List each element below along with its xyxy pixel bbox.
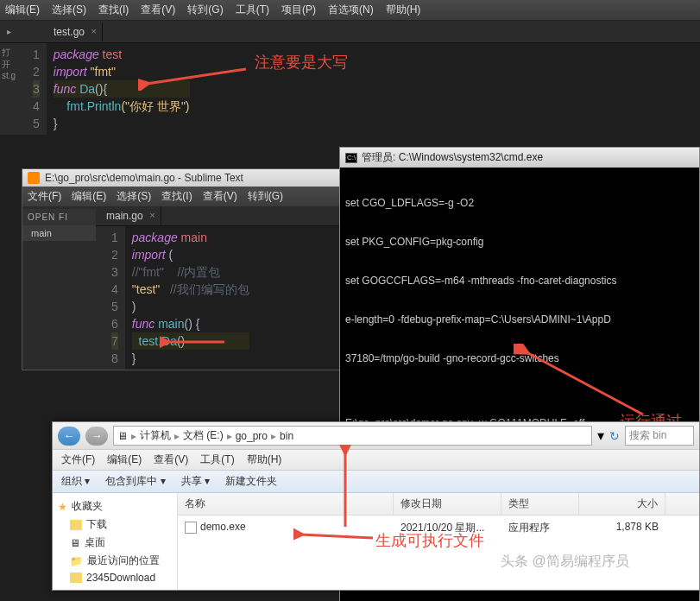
tree-favorites[interactable]: ★收藏夹	[58, 497, 172, 516]
exp-menu-help[interactable]: 帮助(H)	[247, 452, 282, 467]
tb-newfolder[interactable]: 新建文件夹	[225, 474, 277, 489]
desktop-icon: 🖥	[70, 537, 80, 549]
col-name[interactable]: 名称	[178, 493, 394, 515]
top-menubar: 编辑(E) 选择(S) 查找(I) 查看(V) 转到(G) 工具(T) 项目(P…	[0, 0, 700, 21]
svg-line-3	[300, 535, 373, 538]
crumb-disk[interactable]: 文档 (E:)	[183, 428, 224, 443]
col-size[interactable]: 大小	[579, 493, 665, 515]
computer-icon: 🖥	[117, 430, 128, 442]
breadcrumb[interactable]: 🖥 ▸ 计算机 ▸ 文档 (E:) ▸ go_pro ▸ bin	[113, 426, 592, 446]
back-button[interactable]: ←	[58, 427, 80, 446]
crumb-computer[interactable]: 计算机	[140, 428, 171, 443]
menu-select[interactable]: 选择(S)	[52, 3, 86, 17]
chevron-right-icon: ▸	[227, 430, 232, 442]
dropdown-icon[interactable]: ▾	[597, 427, 604, 444]
exe-icon	[185, 522, 197, 534]
top-tab-area: ▸ test.go ×	[0, 21, 700, 43]
menu-edit[interactable]: 编辑(E)	[5, 3, 40, 17]
recent-icon: 📁	[70, 555, 83, 567]
menu-view[interactable]: 查看(V)	[141, 3, 175, 17]
line-gutter: 1 2 3 4 5	[17, 43, 47, 135]
sidebar-file-main[interactable]: main	[22, 225, 96, 241]
menu-goto[interactable]: 转到(G)	[187, 3, 223, 17]
sublime-tabs: main.go ×	[96, 206, 340, 226]
list-header: 名称 修改日期 类型 大小	[178, 493, 699, 516]
cmd-icon: C:\	[345, 153, 357, 163]
menu-project[interactable]: 项目(P)	[281, 3, 316, 17]
crumb-gopro[interactable]: go_pro	[236, 430, 268, 442]
tab-main-go[interactable]: main.go ×	[96, 206, 161, 225]
folder-icon	[70, 520, 82, 530]
file-type: 应用程序	[501, 519, 579, 537]
col-type[interactable]: 类型	[501, 493, 579, 515]
menu-find[interactable]: 查找(I)	[98, 3, 129, 17]
star-icon: ★	[58, 501, 67, 513]
tb-library[interactable]: 包含到库中 ▾	[105, 474, 165, 489]
menu-tools[interactable]: 工具(T)	[236, 3, 269, 17]
cmd-title-text: 管理员: C:\Windows\system32\cmd.exe	[362, 150, 543, 165]
annotation-exe-generated: 生成可执行文件	[375, 530, 484, 551]
sublime-sidebar: OPEN FI main	[22, 209, 96, 241]
tab-label: test.go	[54, 26, 85, 38]
line-gutter: 12345678	[96, 226, 125, 370]
col-date[interactable]: 修改日期	[394, 493, 501, 515]
sidebar-toggle-icon[interactable]: ▸	[0, 27, 17, 36]
arrow-icon	[160, 335, 229, 349]
svg-line-0	[147, 69, 246, 84]
menu-help[interactable]: 帮助(H)	[386, 3, 421, 17]
tb-share[interactable]: 共享 ▾	[181, 474, 210, 489]
tree-2345[interactable]: 2345Download	[58, 570, 172, 585]
forward-button[interactable]: →	[85, 427, 108, 446]
folder-icon	[70, 573, 82, 583]
arrow-icon	[337, 445, 354, 531]
refresh-icon[interactable]: ↻	[609, 429, 620, 443]
svg-line-2	[527, 352, 643, 414]
exp-menu-view[interactable]: 查看(V)	[154, 452, 188, 467]
tree-downloads[interactable]: 下载	[58, 516, 172, 534]
explorer-toolbar: 组织 ▾ 包含到库中 ▾ 共享 ▾ 新建文件夹	[53, 471, 699, 493]
chevron-right-icon: ▸	[131, 430, 136, 442]
file-size: 1,878 KB	[579, 519, 665, 537]
tree-desktop[interactable]: 🖥桌面	[58, 534, 172, 552]
open-files-header: OPEN FI	[22, 209, 96, 225]
annotation-capitalize: 注意要是大写	[255, 52, 348, 73]
sl-menu-edit[interactable]: 编辑(E)	[72, 189, 106, 204]
crumb-bin[interactable]: bin	[280, 430, 293, 442]
explorer-menubar: 文件(F) 编辑(E) 查看(V) 工具(T) 帮助(H)	[53, 450, 699, 471]
sublime-menubar: 文件(F) 编辑(E) 选择(S) 查找(I) 查看(V) 转到(G)	[22, 187, 340, 206]
sl-menu-file[interactable]: 文件(F)	[28, 189, 61, 204]
arrow-icon	[138, 65, 250, 91]
sl-menu-select[interactable]: 选择(S)	[117, 189, 151, 204]
exp-menu-tools[interactable]: 工具(T)	[200, 452, 234, 467]
sublime-icon	[28, 172, 40, 184]
sublime-titlebar[interactable]: E:\go_pro\src\demo\main.go - Sublime Tex…	[22, 169, 340, 187]
close-icon[interactable]: ×	[149, 210, 155, 220]
cmd-titlebar[interactable]: C:\ 管理员: C:\Windows\system32\cmd.exe	[340, 148, 699, 168]
explorer-tree: ★收藏夹 下载 🖥桌面 📁最近访问的位置 2345Download	[53, 493, 178, 590]
file-name: demo.exe	[200, 521, 246, 533]
exp-menu-edit[interactable]: 编辑(E)	[107, 452, 142, 467]
sl-menu-view[interactable]: 查看(V)	[203, 189, 237, 204]
chevron-right-icon: ▸	[174, 430, 180, 442]
search-input[interactable]: 搜索 bin	[625, 426, 694, 446]
arrow-icon	[514, 344, 652, 421]
tb-organize[interactable]: 组织 ▾	[61, 474, 90, 489]
sidebar-strip: 打开 st.g	[0, 43, 17, 135]
tab-label: main.go	[106, 210, 143, 222]
top-code-area[interactable]: 打开 st.g 1 2 3 4 5 package test import "f…	[0, 43, 700, 135]
sl-menu-find[interactable]: 查找(I)	[161, 189, 192, 204]
explorer-navbar: ← → 🖥 ▸ 计算机 ▸ 文档 (E:) ▸ go_pro ▸ bin ▾ ↻…	[53, 422, 699, 450]
tree-recent[interactable]: 📁最近访问的位置	[58, 552, 172, 570]
sl-menu-goto[interactable]: 转到(G)	[248, 189, 283, 204]
tab-test-go[interactable]: test.go ×	[43, 22, 103, 41]
watermark: 头条 @简易编程序员	[501, 553, 629, 571]
sublime-title-text: E:\go_pro\src\demo\main.go - Sublime Tex…	[45, 172, 243, 184]
chevron-right-icon: ▸	[271, 430, 276, 442]
exp-menu-file[interactable]: 文件(F)	[61, 452, 95, 467]
menu-prefs[interactable]: 首选项(N)	[328, 3, 374, 17]
close-icon[interactable]: ×	[91, 26, 97, 36]
